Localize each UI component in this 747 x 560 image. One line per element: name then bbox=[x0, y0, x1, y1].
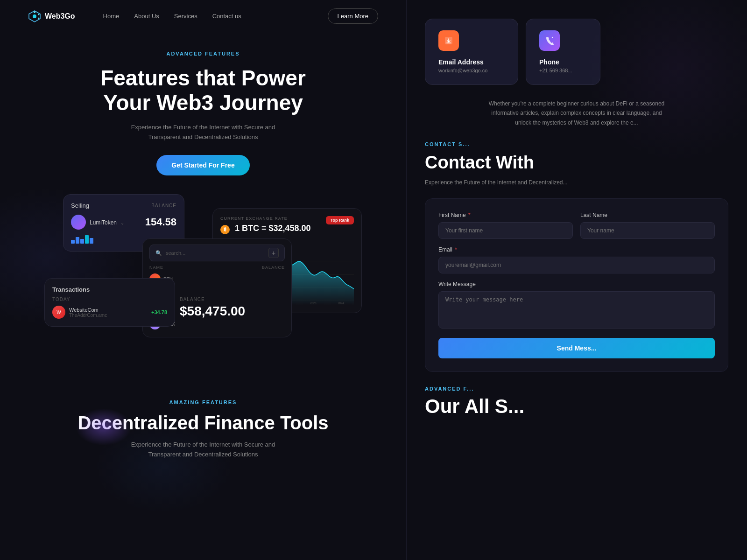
blur-overlay bbox=[76, 408, 132, 446]
svg-line-18 bbox=[552, 37, 553, 38]
email-input[interactable] bbox=[438, 257, 715, 273]
logo-icon bbox=[28, 10, 41, 23]
selling-amount: 154.58 bbox=[145, 216, 176, 228]
download-icon bbox=[444, 35, 454, 46]
panel-separator bbox=[406, 0, 407, 560]
contact-section-badge: CONTACT S... bbox=[425, 141, 728, 147]
svg-point-4 bbox=[38, 17, 40, 19]
contact-section-subtitle: Experience the Future of the Internet an… bbox=[425, 178, 593, 187]
email-label: Email * bbox=[438, 246, 715, 253]
balance-label-large: BALANCE bbox=[180, 297, 245, 302]
svg-text:2024: 2024 bbox=[338, 301, 344, 304]
nav-services[interactable]: Services bbox=[174, 13, 197, 20]
hero-section: ADVANCED FEATURES Features that Power Yo… bbox=[0, 32, 406, 185]
message-textarea[interactable] bbox=[438, 291, 715, 329]
first-name-label: First Name * bbox=[438, 212, 573, 218]
dashboard-mockup: Selling BALANCE LumiToken ⌄ 154.58 bbox=[44, 194, 362, 371]
description-text: Whether you're a complete beginner curio… bbox=[483, 99, 670, 127]
exchange-rate-value: ₿ 1 BTC = $32,458.00 bbox=[220, 224, 311, 234]
selling-title: Selling bbox=[71, 202, 89, 209]
svg-point-3 bbox=[38, 14, 40, 15]
logo: Web3Go bbox=[28, 10, 75, 23]
tx-icon: W bbox=[52, 306, 65, 319]
nav-links: Home About Us Services Contact us bbox=[103, 13, 241, 20]
last-name-group: Last Name bbox=[580, 212, 715, 239]
transactions-title: Transactions bbox=[52, 286, 167, 293]
transactions-card: Transactions TODAY W WebsiteCom TheAddrC… bbox=[44, 278, 175, 327]
email-card: Email Address workinfo@web3go.co bbox=[425, 19, 518, 85]
hero-subtitle: Experience the Future of the Internet wi… bbox=[124, 123, 282, 142]
search-bar[interactable]: 🔍 search... + bbox=[149, 245, 285, 261]
our-all-title: Our All S... bbox=[425, 395, 728, 418]
nav-about[interactable]: About Us bbox=[134, 13, 159, 20]
svg-text:2023: 2023 bbox=[310, 301, 317, 304]
token-avatar bbox=[71, 215, 86, 230]
transactions-date: TODAY bbox=[52, 297, 167, 302]
add-token-button[interactable]: + bbox=[268, 248, 279, 258]
phone-card: Phone +21 569 368... bbox=[526, 19, 600, 85]
last-name-label: Last Name bbox=[580, 212, 715, 218]
phone-icon bbox=[544, 35, 555, 46]
transaction-row: W WebsiteCom TheAddrCom.amc +34.78 bbox=[52, 306, 167, 319]
email-card-value: workinfo@web3go.co bbox=[438, 68, 505, 73]
contact-section: CONTACT S... Contact With Experience the… bbox=[406, 141, 747, 372]
email-card-title: Email Address bbox=[438, 58, 505, 66]
contact-section-title: Contact With bbox=[425, 153, 728, 173]
nav-contact[interactable]: Contact us bbox=[212, 13, 241, 20]
hero-badge: ADVANCED FEATURES bbox=[28, 51, 378, 56]
send-message-button[interactable]: Send Mess... bbox=[438, 338, 715, 358]
navbar: Web3Go Home About Us Services Contact us… bbox=[0, 0, 406, 32]
last-name-input[interactable] bbox=[580, 222, 715, 239]
bottom-badge: AMAZING FEATURES bbox=[28, 399, 378, 405]
form-name-row: First Name * Last Name bbox=[438, 212, 715, 239]
exchange-rate-label: CURRENT EXCHANGE RATE bbox=[220, 216, 311, 221]
phone-card-value: +21 569 368... bbox=[539, 68, 587, 73]
btc-icon: ₿ bbox=[220, 225, 230, 234]
svg-point-2 bbox=[34, 11, 35, 13]
bottom-right-section: ADVANCED F... Our All S... bbox=[406, 372, 747, 418]
hero-title: Features that Power Your Web3 Journey bbox=[82, 66, 324, 115]
get-started-button[interactable]: Get Started For Free bbox=[156, 155, 249, 175]
left-panel: Web3Go Home About Us Services Contact us… bbox=[0, 0, 406, 560]
first-name-input[interactable] bbox=[438, 222, 573, 239]
svg-point-1 bbox=[33, 14, 36, 18]
email-icon-box bbox=[438, 30, 459, 51]
phone-card-title: Phone bbox=[539, 58, 587, 66]
tx-name: WebsiteCom bbox=[69, 307, 107, 313]
email-group: Email * bbox=[438, 246, 715, 273]
logo-text: Web3Go bbox=[45, 12, 75, 21]
token-dropdown-arrow[interactable]: ⌄ bbox=[120, 220, 124, 225]
nav-home[interactable]: Home bbox=[103, 13, 120, 20]
selling-balance-label: BALANCE bbox=[151, 203, 176, 208]
balance-value-large: $58,475.00 bbox=[180, 304, 245, 319]
first-name-group: First Name * bbox=[438, 212, 573, 239]
contact-form: First Name * Last Name Email * bbox=[425, 198, 728, 372]
contact-cards-row: Email Address workinfo@web3go.co Phone +… bbox=[406, 0, 747, 85]
description-block: Whether you're a complete beginner curio… bbox=[406, 85, 747, 141]
large-balance: BALANCE $58,475.00 bbox=[180, 297, 245, 319]
tx-amount: +34.78 bbox=[151, 309, 167, 315]
message-group: Write Message bbox=[438, 281, 715, 330]
tx-sub: TheAddrCom.amc bbox=[69, 313, 107, 318]
learn-more-button[interactable]: Learn More bbox=[328, 8, 378, 24]
message-label: Write Message bbox=[438, 281, 715, 287]
token-name: LumiToken bbox=[90, 219, 117, 226]
bottom-section: AMAZING FEATURES Decentralized Finance T… bbox=[0, 371, 406, 469]
advanced-badge: ADVANCED F... bbox=[425, 386, 728, 392]
balance-header: BALANCE bbox=[262, 265, 285, 270]
phone-icon-box bbox=[539, 30, 560, 51]
bottom-subtitle: Experience the Future of the Internet wi… bbox=[124, 440, 282, 460]
top-rank-badge[interactable]: Top Rank bbox=[326, 216, 354, 224]
right-panel: Email Address workinfo@web3go.co Phone +… bbox=[406, 0, 747, 560]
